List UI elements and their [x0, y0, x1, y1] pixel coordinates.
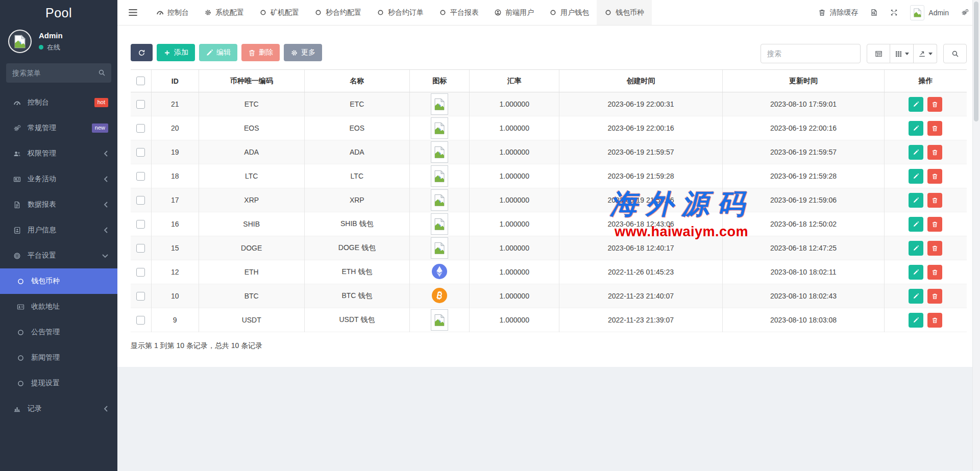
edit-row-button[interactable] [909, 145, 923, 160]
sidebar-item-general[interactable]: 常规管理 new [0, 115, 117, 141]
table-row[interactable]: 19 ADA ADA 1.000000 2023-06-19 21:59:57 … [131, 140, 967, 164]
settings-cogs-icon[interactable] [961, 9, 969, 16]
delete-row-button[interactable] [927, 145, 942, 160]
add-button[interactable]: 添加 [157, 44, 195, 61]
row-checkbox[interactable] [136, 220, 145, 229]
tab-miner-config[interactable]: 矿机配置 [252, 0, 307, 25]
tab-platform-reports[interactable]: 平台报表 [431, 0, 486, 25]
delete-row-button[interactable] [927, 289, 942, 304]
edit-row-button[interactable] [909, 313, 923, 328]
edit-row-button[interactable] [909, 289, 923, 304]
hamburger-menu-icon[interactable] [117, 0, 149, 25]
edit-button[interactable]: 编辑 [199, 44, 237, 61]
detail-view-button[interactable] [867, 44, 890, 63]
row-checkbox[interactable] [136, 316, 145, 325]
row-checkbox[interactable] [136, 196, 145, 205]
tab-seconds-contract-orders[interactable]: 秒合约订单 [369, 0, 431, 25]
table-row[interactable]: 10 BTC BTC 钱包 1.000000 2022-11-23 21:40:… [131, 284, 967, 308]
table-row[interactable]: 9 USDT USDT 钱包 1.000000 2022-11-23 21:39… [131, 308, 967, 332]
tab-system-config[interactable]: 系统配置 [197, 0, 252, 25]
table-row[interactable]: 21 ETC ETC 1.000000 2023-06-19 22:00:31 … [131, 92, 967, 116]
delete-row-button[interactable] [927, 241, 942, 256]
column-header-code[interactable]: 币种唯一编码 [199, 70, 304, 92]
vertical-scrollbar[interactable] [972, 0, 980, 471]
tab-wallet-coins[interactable]: 钱包币种 [597, 0, 652, 25]
table-row[interactable]: 20 EOS EOS 1.000000 2023-06-19 22:00:16 … [131, 116, 967, 140]
sidebar-item-platform-settings[interactable]: 平台设置 [0, 243, 117, 268]
edit-row-button[interactable] [909, 169, 923, 184]
sidebar-item-user-info[interactable]: 用户信息 [0, 217, 117, 243]
delete-button[interactable]: 删除 [241, 44, 280, 61]
row-checkbox[interactable] [136, 292, 145, 301]
sidebar-item-reports[interactable]: 数据报表 [0, 192, 117, 217]
tab-user-wallets[interactable]: 用户钱包 [542, 0, 597, 25]
avatar[interactable] [8, 30, 32, 53]
delete-row-button[interactable] [927, 265, 942, 280]
sidebar-item-business[interactable]: 业务活动 [0, 166, 117, 192]
column-header-created[interactable]: 创建时间 [559, 70, 723, 92]
edit-row-button[interactable] [909, 241, 923, 256]
sidebar-item-label: 数据报表 [28, 200, 56, 209]
sidebar-item-announcements[interactable]: 公告管理 [0, 319, 117, 345]
search-button[interactable] [943, 44, 967, 63]
table-row[interactable]: 12 ETH ETH 钱包 1.000000 2022-11-26 01:45:… [131, 260, 967, 284]
sidebar-item-records[interactable]: 记录 [0, 396, 117, 422]
delete-row-button[interactable] [927, 97, 942, 112]
table-row[interactable]: 17 XRP XRP 1.000000 2023-06-19 21:59:06 … [131, 188, 967, 212]
menu-search-input[interactable] [6, 63, 111, 83]
sidebar-item-permissions[interactable]: 权限管理 [0, 141, 117, 166]
pencil-icon [913, 317, 919, 324]
tab-bar: 控制台 系统配置 矿机配置 秒合约配置 秒合约订单 平台报表 [149, 0, 652, 25]
columns-button[interactable] [890, 44, 914, 63]
row-checkbox[interactable] [136, 124, 145, 133]
column-header-id[interactable]: ID [151, 70, 199, 92]
sidebar-item-news[interactable]: 新闻管理 [0, 345, 117, 370]
edit-row-button[interactable] [909, 193, 923, 208]
cell-created: 2023-06-19 21:59:28 [559, 164, 723, 188]
sidebar-item-withdraw-settings[interactable]: 提现设置 [0, 370, 117, 396]
delete-row-button[interactable] [927, 313, 942, 328]
tab-label: 平台报表 [450, 8, 479, 17]
more-button[interactable]: 更多 [284, 44, 322, 61]
broken-image-icon [910, 5, 924, 20]
column-header-name[interactable]: 名称 [304, 70, 410, 92]
table-row[interactable]: 18 LTC LTC 1.000000 2023-06-19 21:59:28 … [131, 164, 967, 188]
fullscreen-icon[interactable] [890, 9, 898, 16]
cell-icon [410, 236, 470, 260]
clear-cache-label: 清除缓存 [829, 8, 858, 17]
pencil-icon [913, 221, 919, 228]
edit-row-button[interactable] [909, 217, 923, 232]
refresh-button[interactable] [131, 44, 153, 61]
edit-row-button[interactable] [909, 265, 923, 280]
delete-row-button[interactable] [927, 121, 942, 136]
tab-frontend-users[interactable]: 前端用户 [486, 0, 542, 25]
edit-row-button[interactable] [909, 121, 923, 136]
column-header-updated[interactable]: 更新时间 [722, 70, 884, 92]
delete-row-button[interactable] [927, 217, 942, 232]
column-header-icon[interactable]: 图标 [410, 70, 470, 92]
tab-dashboard[interactable]: 控制台 [149, 0, 197, 25]
row-checkbox[interactable] [136, 244, 145, 253]
delete-row-button[interactable] [927, 193, 942, 208]
table-row[interactable]: 15 DOGE DOGE 钱包 1.000000 2023-06-18 12:4… [131, 236, 967, 260]
sidebar-item-wallet-coins[interactable]: 钱包币种 [0, 268, 117, 294]
delete-row-button[interactable] [927, 169, 942, 184]
clear-cache-button[interactable]: 清除缓存 [818, 8, 858, 17]
row-checkbox[interactable] [136, 268, 145, 277]
row-checkbox[interactable] [136, 172, 145, 181]
select-all-checkbox[interactable] [136, 77, 145, 85]
row-checkbox[interactable] [136, 148, 145, 157]
tab-seconds-contract-config[interactable]: 秒合约配置 [307, 0, 369, 25]
page-search-icon[interactable] [870, 9, 878, 16]
admin-menu[interactable]: Admin [910, 5, 949, 20]
scrollbar-thumb[interactable] [974, 2, 978, 121]
sidebar-menu: 控制台 hot 常规管理 new 权限管理 业务活动 数据报表 用户信息 [0, 89, 117, 422]
sidebar-item-receive-address[interactable]: 收款地址 [0, 294, 117, 319]
sidebar-item-dashboard[interactable]: 控制台 hot [0, 90, 117, 115]
table-row[interactable]: 16 SHIB SHIB 钱包 1.000000 2023-06-18 12:4… [131, 212, 967, 236]
row-checkbox[interactable] [136, 100, 145, 109]
column-header-rate[interactable]: 汇率 [470, 70, 559, 92]
edit-row-button[interactable] [909, 97, 923, 112]
table-search-input[interactable] [761, 44, 861, 63]
export-button[interactable] [914, 44, 937, 63]
